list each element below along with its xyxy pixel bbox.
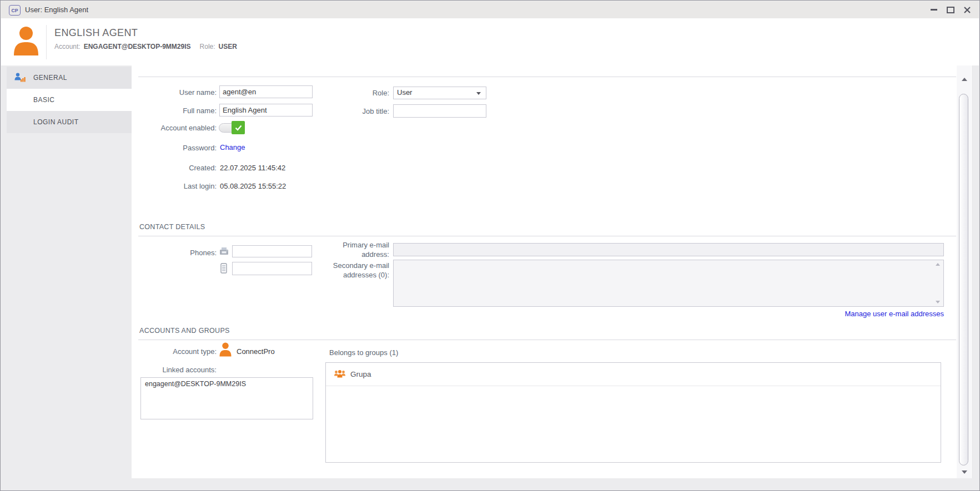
- role-dropdown[interactable]: User: [393, 87, 486, 99]
- linked-accounts-list: engagent@DESKTOP-9MM29IS: [140, 377, 313, 419]
- created-label: Created:: [133, 164, 217, 173]
- phone-mobile-input[interactable]: [232, 262, 312, 275]
- account-enabled-label: Account enabled:: [133, 124, 217, 133]
- basic-tab-panel: User name: Full name: Account enabled: P…: [132, 65, 972, 478]
- user-window: CP User: English Agent ENGLISH AGENT Acc…: [0, 0, 980, 491]
- belongs-to-groups-label: Belongs to groups (1): [329, 348, 398, 357]
- phones-label: Phones:: [133, 249, 217, 257]
- sidebar-item-login-audit[interactable]: LOGIN AUDIT: [7, 111, 132, 133]
- sidebar-item-label: BASIC: [33, 89, 55, 111]
- manage-email-addresses-link[interactable]: Manage user e-mail addresses: [722, 310, 944, 318]
- user-name-label: User name:: [133, 88, 217, 97]
- connectpro-icon: [219, 342, 232, 357]
- linked-accounts-label: Linked accounts:: [133, 366, 217, 374]
- user-subheader: Account: ENGAGENT@DESKTOP-9MM29IS Role: …: [54, 43, 246, 50]
- last-login-label: Last login:: [133, 182, 217, 191]
- contact-details-title: CONTACT DETAILS: [139, 223, 205, 231]
- account-label: Account:: [54, 43, 81, 50]
- role-value: USER: [219, 43, 237, 50]
- created-value: 22.07.2025 11:45:42: [220, 164, 285, 173]
- accounts-groups-title: ACCOUNTS AND GROUPS: [139, 327, 230, 335]
- close-button[interactable]: [959, 1, 976, 18]
- maximize-button[interactable]: [942, 1, 959, 18]
- account-type-value: ConnectPro: [237, 347, 275, 356]
- scrollbar-thumb[interactable]: [959, 94, 968, 465]
- header-divider: [46, 25, 47, 59]
- user-name-input[interactable]: [219, 85, 313, 98]
- app-logo-icon: CP: [9, 5, 21, 16]
- group-icon: [334, 369, 346, 378]
- scrollbar-up-icon[interactable]: [962, 78, 967, 81]
- desk-phone-icon: [219, 247, 229, 255]
- scroll-down-icon: [936, 301, 940, 303]
- mobile-phone-icon: [220, 263, 227, 274]
- sidebar: GENERAL BASIC LOGIN AUDIT: [7, 67, 132, 133]
- secondary-email-textarea[interactable]: [393, 260, 944, 307]
- scroll-up-icon: [936, 263, 940, 266]
- user-header: ENGLISH AGENT Account: ENGAGENT@DESKTOP-…: [1, 18, 979, 65]
- minimize-button[interactable]: [926, 1, 942, 18]
- job-title-label: Job title:: [306, 107, 389, 116]
- account-type-label: Account type:: [133, 347, 217, 356]
- role-field-label: Role:: [306, 89, 389, 98]
- user-statistics-icon: [14, 73, 26, 82]
- sidebar-item-label: GENERAL: [33, 67, 67, 89]
- window-title: User: English Agent: [25, 1, 88, 18]
- maximize-icon: [947, 7, 954, 13]
- job-title-input[interactable]: [393, 104, 486, 118]
- close-icon: [964, 7, 971, 13]
- change-password-link[interactable]: Change: [220, 143, 245, 151]
- window-controls: [926, 1, 976, 18]
- vertical-scrollbar[interactable]: [957, 65, 971, 478]
- contact-details-divider: [138, 236, 956, 236]
- role-dropdown-value: User: [397, 88, 412, 97]
- group-list-item[interactable]: Grupa: [326, 363, 941, 386]
- chevron-down-icon: [476, 92, 481, 95]
- panel-top-divider: [138, 77, 956, 77]
- full-name-input[interactable]: [219, 104, 313, 117]
- title-bar: CP User: English Agent: [1, 1, 979, 18]
- minimize-icon: [931, 9, 937, 11]
- primary-email-input: [393, 243, 944, 256]
- accounts-groups-divider: [138, 340, 956, 340]
- linked-account-item[interactable]: engagent@DESKTOP-9MM29IS: [141, 378, 313, 390]
- account-enabled-check-icon[interactable]: [232, 121, 245, 134]
- account-value: ENGAGENT@DESKTOP-9MM29IS: [84, 43, 191, 50]
- user-avatar-icon: [13, 26, 39, 56]
- groups-list: Grupa: [325, 362, 941, 463]
- sidebar-item-basic[interactable]: BASIC: [7, 89, 132, 111]
- last-login-value: 05.08.2025 15:55:22: [220, 182, 286, 191]
- role-label: Role:: [200, 43, 215, 50]
- scrollbar-down-icon[interactable]: [962, 470, 967, 474]
- group-name: Grupa: [350, 363, 371, 386]
- user-display-name: ENGLISH AGENT: [54, 27, 138, 39]
- secondary-email-label: Secondary e-mail addresses (0):: [323, 261, 389, 280]
- phone-primary-input[interactable]: [232, 245, 312, 257]
- sidebar-item-general[interactable]: GENERAL: [7, 67, 132, 89]
- sidebar-item-label: LOGIN AUDIT: [33, 111, 79, 133]
- full-name-label: Full name:: [133, 107, 217, 115]
- primary-email-label: Primary e-mail address:: [323, 240, 389, 259]
- password-label: Password:: [133, 144, 217, 153]
